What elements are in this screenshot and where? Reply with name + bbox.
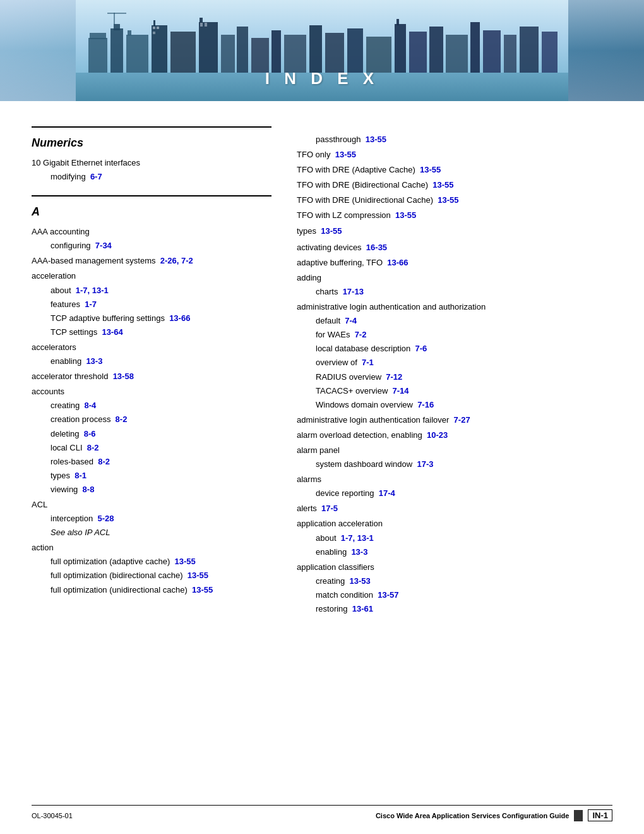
page-ref-link[interactable]: 8-4 bbox=[84, 401, 96, 410]
list-item: acceleration bbox=[32, 269, 271, 283]
list-item: TFO with DRE (Bidirectional Cache) 13-55 bbox=[297, 178, 612, 192]
svg-rect-31 bbox=[542, 32, 558, 73]
page-ref-link[interactable]: 1-7 bbox=[85, 299, 97, 309]
page-ref-link[interactable]: 13-55 bbox=[188, 571, 208, 580]
list-item: Windows domain overview 7-16 bbox=[297, 398, 612, 412]
page-ref-link[interactable]: 13-3 bbox=[86, 356, 102, 366]
list-item: system dashboard window 17-3 bbox=[297, 457, 612, 471]
list-item: TFO only 13-55 bbox=[297, 148, 612, 162]
list-item: enabling 13-3 bbox=[32, 354, 271, 368]
svg-rect-23 bbox=[397, 19, 399, 25]
page-ref-link[interactable]: 8-2 bbox=[98, 457, 110, 466]
svg-rect-11 bbox=[199, 22, 218, 73]
list-item: administrative login authentication and … bbox=[297, 300, 612, 314]
svg-rect-32 bbox=[114, 13, 115, 25]
page-ref-link[interactable]: 8-6 bbox=[84, 429, 96, 438]
page-ref-link[interactable]: 17-3 bbox=[417, 459, 433, 469]
list-item: application classifiers bbox=[297, 560, 612, 574]
list-item: passthrough 13-55 bbox=[297, 133, 612, 147]
page-ref-link[interactable]: 17-4 bbox=[379, 488, 395, 498]
page-ref-link[interactable]: 1-7, 13-1 bbox=[341, 533, 374, 543]
svg-rect-30 bbox=[520, 27, 539, 73]
page-ref-link[interactable]: 13-55 bbox=[175, 557, 196, 566]
page-ref-link[interactable]: 13-55 bbox=[432, 180, 453, 190]
page-ref-link[interactable]: 5-28 bbox=[97, 514, 114, 523]
page-ref-link[interactable]: 7-27 bbox=[454, 415, 470, 425]
page-ref-link[interactable]: 13-57 bbox=[378, 590, 398, 600]
page-ref-link[interactable]: 2-26, 7-2 bbox=[160, 256, 193, 265]
page-ref-link[interactable]: 7-12 bbox=[386, 372, 402, 382]
svg-rect-10 bbox=[170, 32, 196, 73]
page-ref-link[interactable]: 10-23 bbox=[427, 430, 448, 440]
page-ref-link[interactable]: 7-1 bbox=[362, 358, 374, 367]
page-ref-link[interactable]: 7-34 bbox=[95, 241, 112, 250]
page-ref-link[interactable]: 7-14 bbox=[393, 386, 409, 396]
list-item: AAA accounting bbox=[32, 225, 271, 239]
page-ref-link[interactable]: 1-7, 13-1 bbox=[76, 286, 109, 295]
page-ref-link[interactable]: 13-55 bbox=[366, 135, 386, 144]
page-ref-link[interactable]: 17-5 bbox=[321, 504, 338, 513]
list-item: about 1-7, 13-1 bbox=[32, 284, 271, 298]
page-ref-link[interactable]: 13-61 bbox=[352, 604, 373, 613]
svg-rect-7 bbox=[128, 30, 131, 35]
page-ref-link[interactable]: 8-2 bbox=[87, 443, 99, 452]
page-ref-link[interactable]: 13-55 bbox=[420, 165, 441, 174]
list-item: creating 8-4 bbox=[32, 399, 271, 413]
page-ref-link[interactable]: 17-13 bbox=[343, 287, 364, 296]
page-footer: OL-30045-01 Cisco Wide Area Application … bbox=[32, 805, 612, 821]
footer-bar-icon bbox=[574, 810, 583, 821]
list-item: AAA-based management systems 2-26, 7-2 bbox=[32, 254, 271, 268]
list-item: TCP settings 13-64 bbox=[32, 325, 271, 339]
svg-rect-25 bbox=[429, 27, 443, 73]
svg-rect-13 bbox=[221, 35, 235, 73]
page-ref-link[interactable]: 7-6 bbox=[415, 344, 427, 353]
page-ref-link[interactable]: 7-4 bbox=[345, 316, 357, 325]
page-ref-link[interactable]: 13-55 bbox=[192, 585, 213, 595]
page-ref-link[interactable]: 13-58 bbox=[113, 372, 134, 381]
svg-rect-29 bbox=[504, 35, 516, 73]
svg-rect-28 bbox=[483, 30, 501, 73]
svg-rect-18 bbox=[309, 25, 322, 73]
list-item: alarm overload detection, enabling 10-23 bbox=[297, 428, 612, 442]
svg-rect-26 bbox=[446, 35, 468, 73]
page-ref-link[interactable]: 13-55 bbox=[438, 195, 458, 205]
list-item: modifying 6-7 bbox=[32, 170, 271, 184]
page-title: I N D E X bbox=[265, 69, 379, 88]
list-item: restoring 13-61 bbox=[297, 602, 612, 616]
page-ref-link[interactable]: 13-3 bbox=[351, 547, 367, 557]
svg-rect-20 bbox=[347, 28, 363, 73]
page-ref-link[interactable]: 6-7 bbox=[90, 172, 102, 181]
page-ref-link[interactable]: 13-55 bbox=[395, 210, 416, 220]
page-ref-link[interactable]: 13-64 bbox=[102, 327, 122, 337]
list-item: accounts bbox=[32, 385, 271, 399]
list-item: deleting 8-6 bbox=[32, 427, 271, 441]
svg-rect-17 bbox=[284, 35, 306, 73]
page-ref-link[interactable]: 16-35 bbox=[366, 243, 387, 252]
list-item: accelerators bbox=[32, 341, 271, 354]
list-item: administrative login authentication fail… bbox=[297, 413, 612, 427]
list-item: TFO with LZ compression 13-55 bbox=[297, 208, 612, 222]
list-item: types 13-55 bbox=[297, 224, 612, 238]
page-ref-link[interactable]: 7-16 bbox=[417, 400, 434, 409]
page-ref-link[interactable]: 8-2 bbox=[116, 414, 128, 424]
page-ref-link[interactable]: 13-55 bbox=[335, 150, 356, 159]
page-ref-link[interactable]: 13-53 bbox=[349, 576, 370, 586]
header-banner: I N D E X bbox=[0, 0, 644, 101]
page-ref-link[interactable]: 7-2 bbox=[355, 330, 367, 339]
svg-rect-24 bbox=[409, 32, 427, 73]
footer-guide-title: Cisco Wide Area Application Services Con… bbox=[376, 812, 569, 819]
svg-rect-6 bbox=[126, 35, 148, 73]
svg-rect-22 bbox=[395, 24, 406, 73]
page-ref-link[interactable]: 8-8 bbox=[83, 485, 95, 494]
page-ref-link[interactable]: 13-66 bbox=[169, 313, 190, 323]
list-item: default 7-4 bbox=[297, 314, 612, 328]
page-ref-link[interactable]: 8-1 bbox=[75, 471, 86, 480]
list-item: roles-based 8-2 bbox=[32, 455, 271, 469]
section-header-numerics: Numerics bbox=[32, 136, 271, 150]
list-item: TFO with DRE (Adaptive Cache) 13-55 bbox=[297, 163, 612, 177]
svg-rect-15 bbox=[251, 38, 269, 73]
list-item: ACL bbox=[32, 498, 271, 512]
list-item: interception 5-28 bbox=[32, 512, 271, 526]
page-ref-link[interactable]: 13-66 bbox=[387, 258, 408, 267]
page-ref-link[interactable]: 13-55 bbox=[321, 226, 342, 236]
